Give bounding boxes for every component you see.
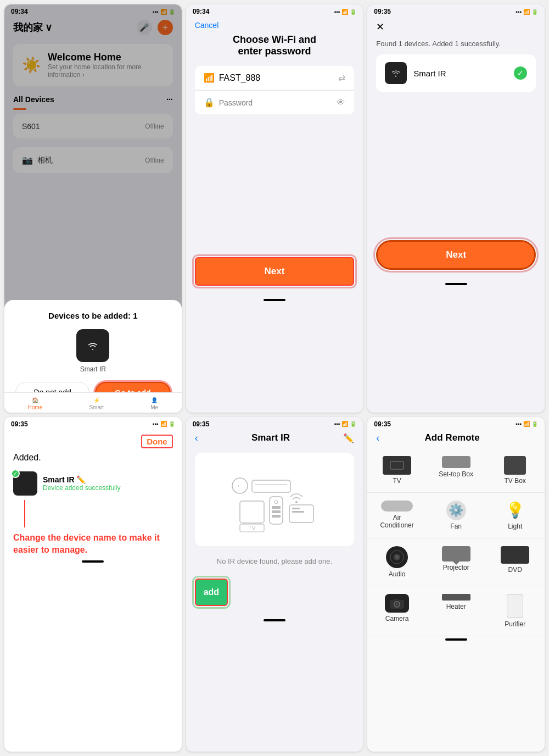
signal-icon-4: ▪▪▪ (153, 421, 159, 427)
screen5-header: ‹ Smart IR ✏️ (186, 430, 363, 448)
next-button-3[interactable]: Next (376, 240, 536, 270)
tv-label: TV (393, 477, 401, 485)
wifi-row[interactable]: 📶 FAST_888 ⇄ (195, 66, 355, 90)
wifi-symbol (85, 340, 101, 351)
edit-icon[interactable]: ✏️ (76, 475, 86, 484)
done-button[interactable]: Done (141, 435, 173, 448)
device-added-sub: Device added successfully (43, 484, 120, 492)
signal-icon-3: ▪▪▪ (516, 9, 522, 15)
remote-item-tv[interactable]: TV (367, 448, 427, 493)
remote-item-dvd[interactable]: DVD (485, 538, 545, 586)
close-button[interactable]: ✕ (376, 21, 384, 33)
remote-item-fan[interactable]: ⚙️ Fan (427, 493, 486, 538)
speaker-svg (389, 549, 405, 565)
cancel-button[interactable]: Cancel (195, 21, 219, 30)
annotation-text: Change the device name to make it easier… (4, 527, 182, 561)
time-5: 09:35 (193, 420, 210, 428)
remote-item-projector[interactable]: Projector (427, 538, 486, 586)
status-icons-2: ▪▪▪ 📶 🔋 (334, 9, 357, 15)
svg-rect-13 (292, 511, 304, 513)
screen6-title: Add Remote (379, 432, 525, 443)
me-tab-label: Me (150, 404, 158, 410)
battery-icon-5: 🔋 (350, 421, 356, 427)
screen3-header: ✕ (367, 18, 545, 36)
svg-point-10 (295, 501, 298, 503)
ac-label: AirConditioner (380, 514, 413, 529)
smart-tab-label: Smart (89, 404, 104, 410)
svg-text:←: ← (236, 481, 244, 490)
modal-title: Devices to be added: 1 (15, 311, 171, 320)
svg-rect-2 (252, 480, 290, 492)
remote-item-camera[interactable]: Camera (367, 586, 427, 636)
tab-bar: 🏠 Home ⚡ Smart 👤 Me (4, 392, 182, 413)
remote-item-tvbox[interactable]: TV Box (485, 448, 545, 493)
password-input[interactable] (219, 98, 285, 107)
wifi-icon-2: 📶 (341, 9, 348, 15)
checkmark-icon: ✓ (514, 66, 527, 80)
purifier-label: Purifier (505, 620, 525, 628)
annotation-arrow (24, 500, 25, 527)
next-s3-container: Next (367, 229, 545, 281)
remote-item-light[interactable]: 💡 Light (485, 493, 545, 538)
svg-rect-12 (292, 508, 300, 509)
remote-grid: TV Set-top Box TV Box AirConditioner ⚙️ … (367, 448, 545, 636)
battery-icon-2: 🔋 (350, 9, 356, 15)
tv-svg (389, 460, 405, 470)
purifier-icon (507, 594, 523, 618)
wifi-symbol-3 (389, 69, 402, 77)
home-indicator-3 (445, 283, 467, 285)
svg-rect-8 (272, 510, 281, 513)
status-bar-6: 09:35 ▪▪▪ 📶 🔋 (367, 417, 545, 430)
battery-icon-3: 🔋 (531, 9, 538, 15)
home-tab-label: Home (28, 404, 43, 410)
tab-smart[interactable]: ⚡ Smart (89, 397, 104, 410)
status-bar-5: 09:35 ▪▪▪ 📶 🔋 (186, 417, 363, 430)
remote-item-setbox[interactable]: Set-top Box (427, 448, 486, 493)
camera-icon-6 (385, 594, 409, 613)
add-button[interactable]: add (195, 579, 228, 606)
lock-icon: 🔒 (204, 97, 215, 108)
back-button[interactable]: ‹ (195, 432, 198, 444)
signal-icon-5: ▪▪▪ (334, 421, 340, 427)
battery-icon-4: 🔋 (169, 421, 175, 427)
screen-4: 09:35 ▪▪▪ 📶 🔋 Done Added. ✓ Smart IR ✏️ … (4, 417, 182, 752)
device-preview-image (76, 329, 109, 362)
tvbox-label: TV Box (505, 477, 526, 485)
home-indicator-6 (445, 638, 467, 641)
screen-6: 09:35 ▪▪▪ 📶 🔋 ‹ Add Remote TV Set-top Bo… (367, 417, 545, 752)
edit-button[interactable]: ✏️ (343, 433, 354, 443)
wifi-left: 📶 FAST_888 (204, 73, 261, 83)
home-tab-icon: 🏠 (32, 397, 38, 403)
time-2: 09:34 (193, 8, 210, 15)
remote-item-heater[interactable]: Heater (427, 586, 486, 636)
screen-3: 09:35 ▪▪▪ 📶 🔋 ✕ Found 1 devices. Added 1… (367, 4, 545, 413)
fan-label: Fan (450, 522, 462, 530)
device-preview-name: Smart IR (80, 365, 106, 373)
wifi-icon-5: 📶 (341, 421, 348, 427)
svg-rect-9 (272, 515, 281, 518)
screen2-header: Cancel (186, 18, 363, 34)
camera-svg (389, 597, 405, 610)
heater-label: Heater (446, 603, 466, 610)
ir-illustration: ← TV (195, 453, 355, 546)
dvd-icon (501, 546, 529, 564)
battery-icon-6: 🔋 (531, 421, 538, 427)
tab-home[interactable]: 🏠 Home (28, 397, 43, 410)
tv-icon (383, 456, 411, 475)
audio-label: Audio (389, 570, 406, 578)
remote-item-audio[interactable]: Audio (367, 538, 427, 586)
time-4: 09:35 (11, 420, 28, 428)
tab-me[interactable]: 👤 Me (150, 397, 158, 410)
signal-icon-2: ▪▪▪ (334, 9, 340, 15)
heater-icon (442, 594, 470, 601)
next-button-2[interactable]: Next (195, 257, 355, 286)
eye-icon[interactable]: 👁 (337, 98, 345, 108)
audio-icon (386, 546, 408, 568)
remote-item-purifier[interactable]: Purifier (485, 586, 545, 636)
remote-item-ac[interactable]: AirConditioner (367, 493, 427, 538)
no-device-text: No IR device found, please add one. (186, 551, 363, 572)
password-row[interactable]: 🔒 👁 (195, 90, 355, 114)
device-found-card: Smart IR ✓ (376, 54, 536, 92)
svg-text:TV: TV (249, 525, 256, 531)
camera-label: Camera (385, 615, 409, 622)
